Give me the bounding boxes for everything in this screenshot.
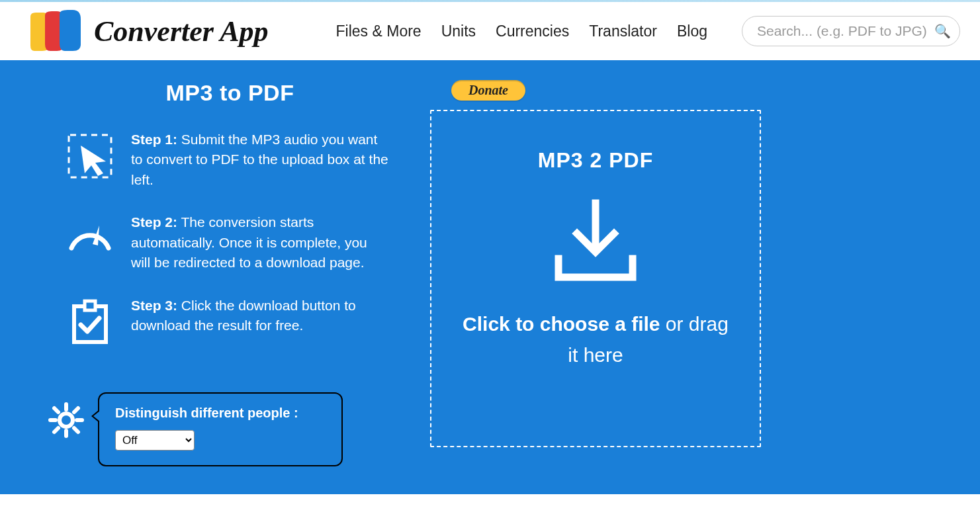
instructions-column: MP3 to PDF Step 1: Submit the MP3 audio … (26, 80, 394, 494)
nav-translator[interactable]: Translator (589, 22, 657, 40)
dropzone-text: Click to choose a file or drag it here (458, 309, 733, 370)
step-3-text: Step 3: Click the download button to dow… (131, 296, 389, 336)
main-nav: Files & More Units Currencies Translator… (336, 16, 960, 46)
logo[interactable]: Converter App (25, 10, 269, 52)
header: Converter App Files & More Units Currenc… (0, 2, 980, 60)
step-2-label: Step 2: (131, 214, 177, 230)
clipboard-check-icon (66, 298, 114, 346)
step-1: Step 1: Submit the MP3 audio you want to… (66, 130, 394, 190)
brand-name: Converter App (94, 15, 269, 48)
dropzone-cta-bold: Click to choose a file (463, 313, 660, 335)
step-1-text: Step 1: Submit the MP3 audio you want to… (131, 130, 389, 190)
donate-button[interactable]: Donate (451, 80, 525, 101)
nav-units[interactable]: Units (441, 22, 476, 40)
step-1-label: Step 1: (131, 132, 177, 147)
nav-blog[interactable]: Blog (677, 22, 707, 40)
search-input[interactable] (757, 23, 930, 39)
step-2-text: Step 2: The conversion starts automatica… (131, 212, 389, 273)
search-icon: 🔍 (934, 23, 951, 39)
settings-box: Distinguish different people : Off (98, 392, 343, 466)
settings-row: Distinguish different people : Off (46, 392, 394, 466)
page-title: MP3 to PDF (66, 80, 394, 106)
nav-files-and-more[interactable]: Files & More (336, 22, 422, 40)
step-2: Step 2: The conversion starts automatica… (66, 212, 394, 273)
gear-icon (46, 400, 86, 440)
step-3: Step 3: Click the download button to dow… (66, 296, 394, 346)
logo-icon (25, 10, 85, 52)
dropzone-title: MP3 2 PDF (538, 148, 653, 173)
gauge-icon (66, 215, 114, 263)
search-box[interactable]: 🔍 (742, 16, 960, 46)
file-dropzone[interactable]: MP3 2 PDF Click to choose a file or drag… (430, 110, 761, 447)
main-content: MP3 to PDF Step 1: Submit the MP3 audio … (0, 60, 980, 494)
upload-column: Donate MP3 2 PDF Click to choose a file … (414, 80, 954, 494)
settings-label: Distinguish different people : (115, 406, 326, 421)
download-icon (549, 198, 642, 284)
nav-currencies[interactable]: Currencies (496, 22, 569, 40)
distinguish-people-select[interactable]: Off (115, 430, 195, 451)
svg-point-3 (60, 413, 73, 427)
upload-cursor-icon (66, 132, 114, 180)
step-3-label: Step 3: (131, 298, 177, 313)
svg-rect-2 (85, 301, 95, 310)
